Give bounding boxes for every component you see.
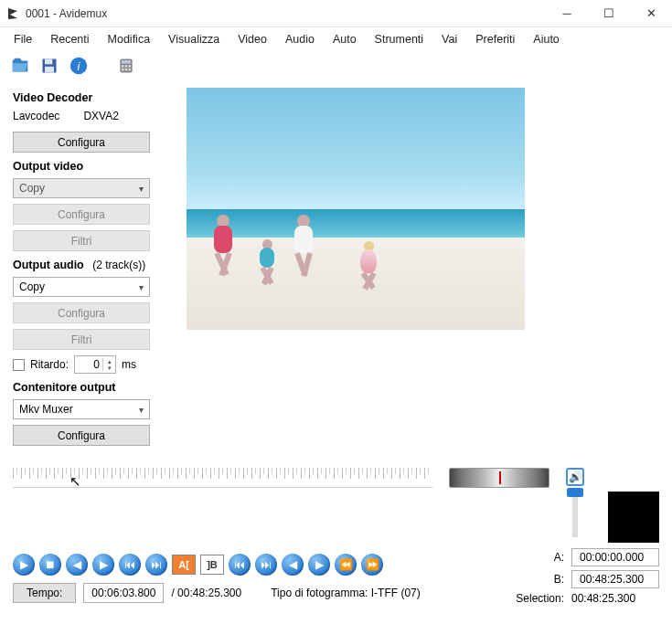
svg-rect-10 [129, 65, 132, 68]
titlebar: 0001 - Avidemux ─ ☐ ✕ [0, 0, 672, 27]
output-audio-heading: Output audio (2 track(s)) [13, 259, 177, 271]
svg-rect-12 [125, 69, 128, 71]
minimize-button[interactable]: ─ [546, 0, 588, 27]
audio-preview [608, 492, 659, 543]
decoder-accel-label: DXVA2 [83, 110, 118, 122]
muxer-value: Mkv Muxer [19, 403, 73, 416]
time-label-button[interactable]: Tempo: [13, 583, 76, 603]
frame-type-label: Tipo di fotogramma: I-TFF (07) [271, 587, 421, 599]
audio-codec-value: Copy [19, 280, 45, 293]
muxer-combo[interactable]: Mkv Muxer ▾ [13, 399, 150, 419]
menu-modifica[interactable]: Modifica [100, 31, 159, 48]
svg-rect-11 [122, 69, 124, 71]
volume-slider[interactable] [572, 490, 578, 537]
total-time-label: / 00:48:25.300 [171, 587, 241, 599]
cursor-icon: ↖ [69, 473, 81, 490]
calculator-icon[interactable] [115, 55, 137, 77]
audio-filters-button[interactable]: Filtri [13, 329, 150, 350]
open-icon[interactable] [9, 55, 31, 77]
menu-auto[interactable]: Auto [325, 31, 365, 48]
video-codec-value: Copy [19, 182, 45, 195]
speaker-icon[interactable]: 🔊 [566, 468, 584, 486]
timeline-slider[interactable]: ↖ [13, 468, 432, 488]
set-marker-b-button[interactable]: ]B [200, 555, 224, 575]
delay-unit: ms [122, 358, 136, 371]
svg-rect-8 [122, 65, 124, 68]
next-frame-button[interactable]: ▶ [92, 554, 114, 576]
close-button[interactable]: ✕ [630, 0, 672, 27]
video-preview [187, 88, 525, 330]
goto-marker-a-button[interactable]: ⏮ [229, 554, 251, 576]
menu-visualizza[interactable]: Visualizza [160, 31, 228, 48]
play-button[interactable]: ▶ [13, 554, 35, 576]
menu-preferiti[interactable]: Preferiti [467, 31, 523, 48]
selection-label: Selection: [516, 592, 564, 605]
current-time-field[interactable]: 00:06:03.800 [83, 583, 164, 603]
video-filters-button[interactable]: Filtri [13, 230, 150, 251]
delay-label: Ritardo: [30, 358, 69, 371]
maximize-button[interactable]: ☐ [588, 0, 630, 27]
marker-a-value: 00:00:00.000 [571, 548, 659, 566]
chevron-down-icon: ▾ [139, 282, 144, 292]
svg-marker-0 [8, 8, 17, 19]
marker-a-label: A: [516, 551, 564, 564]
video-codec-combo[interactable]: Copy ▾ [13, 178, 150, 198]
prev-black-button[interactable]: ◀ [282, 554, 304, 576]
stop-button[interactable]: ⏹ [39, 554, 61, 576]
next-black-button[interactable]: ▶ [308, 554, 330, 576]
audio-codec-combo[interactable]: Copy ▾ [13, 277, 150, 297]
container-heading: Contenitore output [13, 381, 177, 394]
menu-vai[interactable]: Vai [433, 31, 465, 48]
chevron-down-icon: ▾ [139, 405, 144, 415]
svg-rect-3 [45, 67, 54, 73]
delay-checkbox[interactable] [13, 359, 25, 371]
svg-rect-7 [122, 60, 131, 63]
chevron-down-icon: ▾ [139, 184, 144, 194]
app-icon [5, 6, 20, 21]
menu-recenti[interactable]: Recenti [42, 31, 97, 48]
decoder-configure-button[interactable]: Configura [13, 132, 150, 153]
menubar: File Recenti Modifica Visualizza Video A… [0, 27, 672, 53]
prev-keyframe-button[interactable]: ⏮ [119, 554, 141, 576]
svg-rect-13 [129, 69, 132, 71]
marker-b-label: B: [516, 573, 564, 586]
delay-spinner[interactable]: ▴▾ [74, 355, 116, 374]
set-marker-a-button[interactable]: A[ [172, 555, 196, 575]
info-icon[interactable]: i [68, 55, 90, 77]
menu-video[interactable]: Video [229, 31, 275, 48]
marker-b-value: 00:48:25.300 [571, 570, 659, 588]
svg-rect-9 [125, 65, 128, 68]
container-configure-button[interactable]: Configura [13, 425, 150, 446]
menu-aiuto[interactable]: Aiuto [525, 31, 568, 48]
next-keyframe-button[interactable]: ⏭ [145, 554, 167, 576]
forward-button[interactable]: ⏩ [361, 554, 383, 576]
menu-audio[interactable]: Audio [277, 31, 323, 48]
jog-wheel[interactable] [449, 468, 549, 488]
prev-frame-button[interactable]: ◀ [66, 554, 88, 576]
decoder-lib-label: Lavcodec [13, 110, 59, 122]
video-decoder-heading: Video Decoder [13, 91, 177, 104]
audio-configure-button[interactable]: Configura [13, 302, 150, 323]
window-title: 0001 - Avidemux [26, 7, 546, 20]
svg-rect-2 [45, 59, 52, 65]
save-icon[interactable] [38, 55, 60, 77]
selection-value: 00:48:25.300 [571, 592, 659, 605]
output-video-heading: Output video [13, 160, 177, 173]
goto-marker-b-button[interactable]: ⏭ [255, 554, 277, 576]
toolbar: i [0, 53, 672, 84]
video-configure-button[interactable]: Configura [13, 204, 150, 225]
menu-strumenti[interactable]: Strumenti [367, 31, 432, 48]
delay-input[interactable] [75, 358, 102, 371]
rewind-button[interactable]: ⏪ [335, 554, 357, 576]
audio-tracks-label: (2 track(s)) [92, 259, 145, 271]
menu-file[interactable]: File [5, 31, 40, 48]
